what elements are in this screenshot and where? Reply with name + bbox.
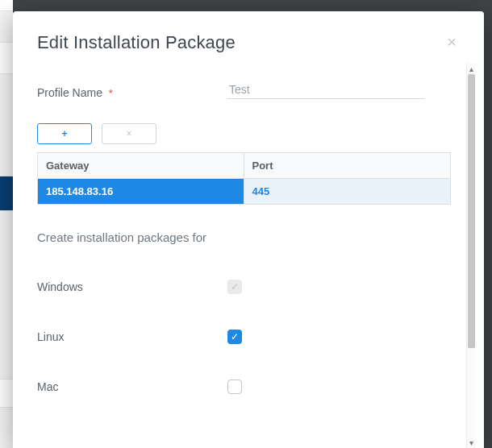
linux-checkbox[interactable]: ✓ [227,330,242,344]
windows-checkbox: ✓ [227,280,242,294]
windows-label: Windows [37,280,227,293]
required-marker: * [109,87,113,99]
linux-label: Linux [37,330,227,343]
scroll-up-icon[interactable]: ▴ [467,63,476,74]
col-header-port[interactable]: Port [244,153,451,179]
profile-name-label-text: Profile Name [37,86,102,99]
profile-name-label: Profile Name * [37,86,140,99]
cell-port[interactable]: 445 [244,179,451,204]
scroll-thumb[interactable] [468,74,475,348]
package-row-mac: Mac [37,380,455,394]
gateway-toolbar: + × [37,123,455,144]
col-header-gateway[interactable]: Gateway [38,153,244,179]
cell-gateway[interactable]: 185.148.83.16 [38,179,244,204]
modal-header: Edit Installation Package × [13,11,484,63]
check-icon: ✓ [231,281,239,292]
profile-name-input[interactable] [227,81,424,99]
remove-gateway-button[interactable]: × [102,123,156,144]
add-gateway-button[interactable]: + [37,123,92,144]
plus-icon: + [61,128,67,139]
modal-title: Edit Installation Package [37,32,236,53]
gateway-table: Gateway Port 185.148.83.16 445 [37,152,451,205]
scroll-down-icon[interactable]: ▾ [467,437,476,448]
edit-installation-package-modal: Edit Installation Package × Profile Name… [13,11,484,448]
table-header: Gateway Port [38,153,450,179]
remove-icon: × [126,128,131,139]
vertical-scrollbar[interactable]: ▴ ▾ [466,63,476,448]
profile-name-row: Profile Name * [37,81,455,99]
packages-section-title: Create installation packages for [37,230,455,244]
modal-body: Profile Name * + × Gateway Port [37,63,466,448]
background-strip [0,0,13,448]
mac-checkbox[interactable] [227,380,242,394]
table-row[interactable]: 185.148.83.16 445 [38,179,450,204]
mac-label: Mac [37,380,227,393]
close-icon[interactable]: × [444,32,460,52]
package-row-linux: Linux ✓ [37,330,455,344]
package-row-windows: Windows ✓ [37,280,455,294]
check-icon: ✓ [231,331,239,342]
